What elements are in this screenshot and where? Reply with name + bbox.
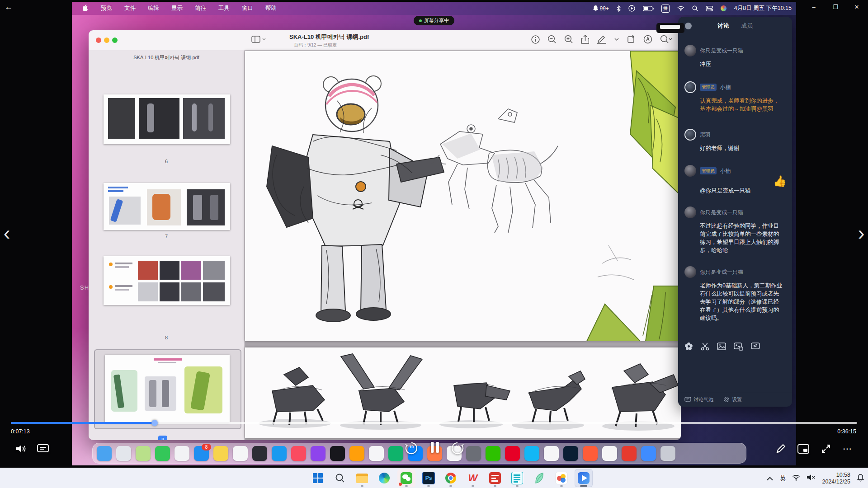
edge-browser-button[interactable] [375,469,393,487]
menu-help[interactable]: 帮助 [265,5,277,12]
screen-sharing-pill[interactable]: 屏幕分享中 [414,16,454,25]
wifi-icon[interactable] [677,6,684,11]
control-center-icon[interactable] [706,6,713,11]
danmaku-toggle-button[interactable] [36,442,50,455]
file-explorer-button[interactable] [353,469,371,487]
markup-chevron-button[interactable] [614,38,619,41]
volume-button[interactable] [14,442,28,455]
dock-wechat-icon[interactable] [486,446,500,461]
chat-message[interactable]: 管理员 小楠 @你只是变成一只猫 👍 [684,165,786,195]
emoji-flower-icon[interactable] [684,342,693,352]
thumbnail-page-7[interactable] [104,183,230,230]
zoom-out-button[interactable] [547,35,557,44]
dock-messages-icon[interactable] [155,446,170,461]
menu-file[interactable]: 文件 [124,5,136,12]
prev-video-arrow[interactable]: ‹ [1,221,13,246]
menu-view[interactable]: 显示 [171,5,183,12]
dock-appstore-icon[interactable] [272,446,287,461]
menu-window[interactable]: 窗口 [242,5,253,12]
image-icon[interactable] [717,343,726,352]
pip-button[interactable] [797,442,810,455]
dock-trash-icon[interactable] [660,446,675,461]
language-indicator[interactable]: 英 [779,474,786,483]
menubar-datetime[interactable]: 4月8日 周五 下午10:15 [734,5,792,12]
tab-discussion[interactable]: 讨论 [717,22,729,30]
dock-facetime-icon[interactable] [175,446,189,461]
thumbnail-page-6[interactable] [104,94,230,144]
forward-30-button[interactable]: 30 [450,441,465,456]
info-button[interactable] [531,35,540,44]
annotate-pencil-button[interactable] [774,442,788,455]
dock-blender-icon[interactable] [583,446,598,461]
status-app-icon[interactable] [721,5,726,11]
menu-preview[interactable]: 预览 [101,5,112,12]
thumbnail-page-9-selected[interactable] [94,349,241,429]
rotate-crop-button[interactable] [627,35,636,44]
photoshop-button[interactable]: Ps [420,469,438,487]
close-traffic-light[interactable] [96,38,101,43]
menu-edit[interactable]: 编辑 [148,5,159,12]
battery-icon[interactable] [643,6,654,11]
more-options-button[interactable]: ⋯ [840,442,855,455]
input-method-icon[interactable]: 拼 [661,5,670,13]
dock-podcasts-icon[interactable] [311,446,326,461]
minimize-traffic-light[interactable] [104,38,109,43]
feather-app-button[interactable] [530,469,548,487]
dock-tv-icon[interactable] [330,446,345,461]
annotate-button[interactable] [643,35,652,44]
fullscreen-button[interactable] [819,442,833,455]
screenshot-scissors-icon[interactable] [701,343,709,352]
dock-notes-icon[interactable] [213,446,228,461]
playback-icon[interactable] [628,5,635,12]
thumbnail-page-8[interactable] [104,256,230,305]
dock-photos-icon[interactable] [233,446,248,461]
bluetooth-icon[interactable] [617,5,621,12]
rewind-10-button[interactable]: 10 [404,441,419,456]
wps-button[interactable]: W [464,469,482,487]
dock-photoshop-icon[interactable] [563,446,578,461]
dock-sketchbook-icon[interactable] [602,446,617,461]
tray-clock[interactable]: 10:58 2024/12/25 [822,472,850,485]
search-button[interactable] [660,35,672,44]
next-video-arrow[interactable]: › [855,221,867,246]
progress-bar[interactable] [11,422,857,424]
notification-bell-badge[interactable]: 99+ [593,5,609,12]
dock-downloads-folder-icon[interactable] [641,446,656,461]
settings-button[interactable]: 设置 [723,396,742,403]
hidden-icons-chevron[interactable] [767,474,773,483]
menu-go[interactable]: 前往 [195,5,206,12]
dock-mail-icon[interactable]: 8 [194,446,209,461]
spotlight-search-icon[interactable] [692,5,698,11]
chrome-button[interactable] [442,469,460,487]
media-circles-app-button[interactable] [552,469,571,487]
video-frame[interactable]: 预览 文件 编辑 显示 前往 工具 窗口 帮助 99+ [72,2,796,465]
pdf-page-current[interactable] [245,51,681,341]
dock-calendar-icon[interactable] [252,446,267,461]
dock-finder-icon[interactable] [97,446,112,461]
tray-wifi-icon[interactable] [792,474,800,483]
chat-message[interactable]: 你只是变成一只猫 老师作为0基础新人，第二期作业有什么比较可以提前预习或者先去学… [684,266,786,322]
markup-pencil-button[interactable] [597,35,607,44]
pdf-page-next[interactable] [245,347,681,438]
dock-netease-music-icon[interactable] [505,446,520,461]
zoom-in-button[interactable] [564,35,573,44]
chat-message[interactable]: 你只是变成一只猫 不过比起有经验的同学，作业目前完成了比较简单的一些素材的练习，… [684,206,786,254]
dock-qq-icon[interactable] [524,446,539,461]
chat-message[interactable]: 黑羽 好的老师，谢谢 [684,129,786,152]
screen-share-image-icon[interactable] [734,343,743,352]
pause-button[interactable] [428,439,442,455]
window-close-button[interactable]: ✕ [847,1,867,13]
bubble-toggle[interactable]: 讨论气泡 [684,396,713,403]
dock-music-icon[interactable] [291,446,306,461]
dock-settings-icon[interactable] [466,446,481,461]
dock-keynote-icon[interactable] [369,446,384,461]
video-player-app-button[interactable] [575,469,593,487]
sidebar-toggle-button[interactable] [251,36,266,43]
apple-menu-icon[interactable] [83,5,89,13]
notes-app-button[interactable] [508,469,526,487]
dock-numbers-icon[interactable] [388,446,403,461]
tab-members[interactable]: 成员 [741,22,753,30]
wechat-button[interactable] [397,469,415,487]
dock-red-x-app-icon[interactable] [622,446,637,461]
zoom-traffic-light[interactable] [112,38,118,43]
